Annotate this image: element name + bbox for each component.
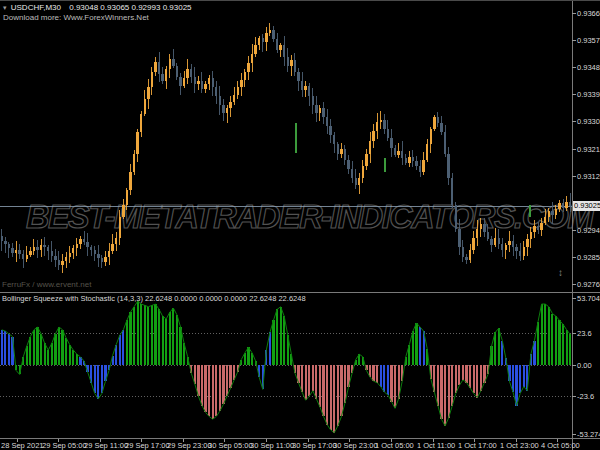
symbol-label: USDCHF,M30: [11, 3, 61, 12]
download-link[interactable]: Download more: Www.ForexWinners.Net: [3, 13, 149, 22]
svg-text:0.93395: 0.93395: [577, 90, 600, 99]
svg-text:0.00: 0.00: [577, 361, 592, 370]
chart-canvas[interactable]: 0.936650.935750.934850.933950.933050.932…: [0, 1, 600, 450]
bid-price-box: 0.93025: [573, 201, 600, 211]
svg-text:-23.6: -23.6: [577, 392, 594, 401]
svg-text:1 Oct 05:00: 1 Oct 05:00: [375, 441, 414, 450]
price-axis[interactable]: 0.936650.935750.934850.933950.933050.932…: [572, 9, 600, 288]
svg-text:29 Sep 05:00: 29 Sep 05:00: [42, 441, 87, 450]
ohlc-values: 0.93048 0.93065 0.92993 0.93025: [69, 3, 191, 12]
collapse-icon[interactable]: ▾: [3, 4, 7, 11]
indicator-axis[interactable]: 53.704923.60.00-23.6-53.274: [572, 294, 600, 439]
svg-text:0.93215: 0.93215: [577, 145, 600, 154]
svg-text:29 Sep 17:00: 29 Sep 17:00: [125, 441, 170, 450]
chart-header: ▾ USDCHF,M30 0.93048 0.93065 0.92993 0.9…: [3, 3, 192, 12]
svg-text:4 Oct 05:00: 4 Oct 05:00: [541, 441, 580, 450]
candles-layer: [1, 23, 572, 273]
svg-text:28 Sep 2021: 28 Sep 2021: [1, 441, 44, 450]
svg-text:0.92945: 0.92945: [577, 226, 600, 235]
svg-text:29 Sep 11:00: 29 Sep 11:00: [84, 441, 128, 450]
svg-text:0.92765: 0.92765: [577, 280, 600, 289]
svg-text:0.93485: 0.93485: [577, 63, 600, 72]
time-axis[interactable]: 28 Sep 202129 Sep 05:0029 Sep 11:0029 Se…: [1, 439, 580, 450]
svg-text:29 Sep 23:00: 29 Sep 23:00: [167, 441, 212, 450]
svg-text:30 Sep 11:00: 30 Sep 11:00: [250, 441, 294, 450]
scale-arrows-icon[interactable]: ↕: [558, 267, 563, 278]
svg-text:30 Sep 17:00: 30 Sep 17:00: [292, 441, 337, 450]
svg-text:23.6: 23.6: [577, 329, 592, 338]
indicator-header: Bollinger Squeeze with Stochastic (14,3,…: [2, 294, 306, 303]
svg-text:0.93305: 0.93305: [577, 117, 600, 126]
svg-text:1 Oct 23:00: 1 Oct 23:00: [500, 441, 539, 450]
mt4-chart-window: BEST-METATRADER-INDICATORS.COM FerruFx /…: [0, 0, 600, 450]
svg-text:0.92855: 0.92855: [577, 253, 600, 262]
svg-text:53.7049: 53.7049: [577, 294, 600, 303]
svg-text:30 Sep 05:00: 30 Sep 05:00: [208, 441, 253, 450]
svg-text:1 Oct 17:00: 1 Oct 17:00: [458, 441, 497, 450]
svg-text:30 Sep 23:00: 30 Sep 23:00: [333, 441, 378, 450]
svg-text:0.93665: 0.93665: [577, 9, 600, 18]
svg-text:1 Oct 11:00: 1 Oct 11:00: [417, 441, 455, 450]
svg-text:0.93125: 0.93125: [577, 172, 600, 181]
svg-text:-53.274: -53.274: [577, 430, 600, 439]
svg-text:0.93575: 0.93575: [577, 36, 600, 45]
